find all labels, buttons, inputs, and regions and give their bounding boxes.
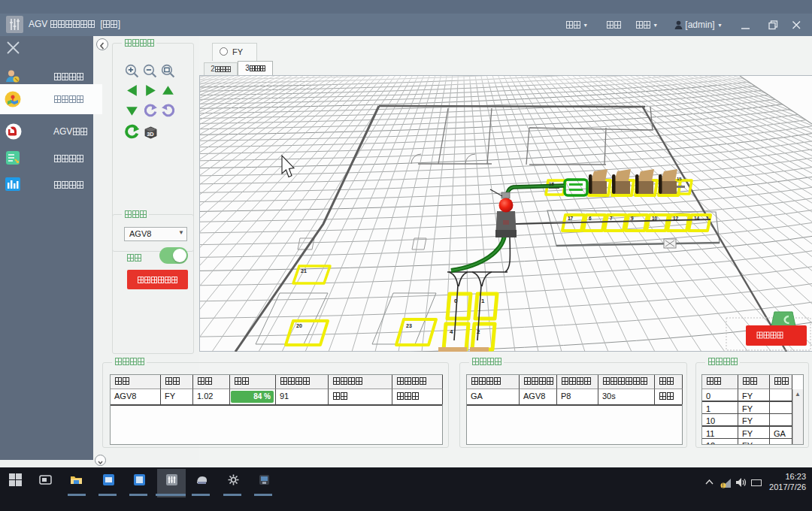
svg-text:6: 6 bbox=[589, 216, 592, 221]
svg-text:17: 17 bbox=[568, 216, 574, 221]
svg-text:14: 14 bbox=[694, 216, 700, 221]
svg-text:15: 15 bbox=[677, 177, 682, 181]
svg-text:2: 2 bbox=[477, 328, 480, 335]
svg-text:12: 12 bbox=[673, 216, 679, 221]
svg-text:23: 23 bbox=[406, 323, 412, 328]
svg-text:7: 7 bbox=[610, 216, 613, 221]
svg-text:1: 1 bbox=[481, 298, 485, 304]
svg-text:3D: 3D bbox=[147, 131, 153, 138]
svg-text:4: 4 bbox=[450, 328, 453, 335]
svg-text:!: ! bbox=[722, 482, 724, 488]
svg-text:0: 0 bbox=[454, 298, 458, 304]
svg-text:21: 21 bbox=[301, 268, 307, 274]
svg-text:9: 9 bbox=[631, 216, 634, 221]
svg-text:10: 10 bbox=[652, 216, 658, 221]
svg-text:18: 18 bbox=[549, 182, 554, 186]
svg-text:20: 20 bbox=[296, 323, 302, 328]
